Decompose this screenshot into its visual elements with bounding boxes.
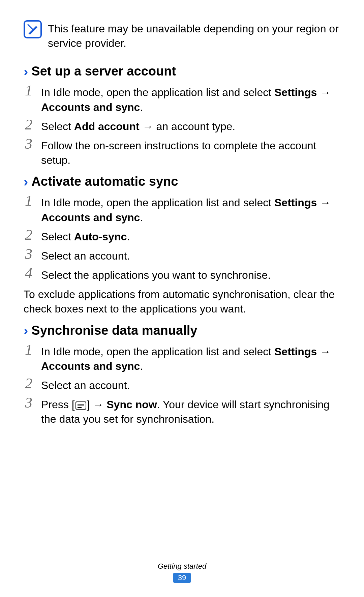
step-number: 2 (24, 376, 34, 392)
note-icon (24, 20, 42, 38)
step-item: 1 In Idle mode, open the application lis… (24, 83, 340, 114)
page-footer: Getting started 39 (0, 562, 364, 583)
step-text: In Idle mode, open the application list … (41, 342, 340, 374)
step-text: Select an account. (41, 246, 130, 263)
step-text: Follow the on-screen instructions to com… (41, 136, 340, 168)
step-number: 3 (24, 136, 34, 152)
chevron-icon: › (24, 324, 28, 337)
step-list: 1 In Idle mode, open the application lis… (24, 342, 340, 427)
heading-text: Set up a server account (31, 64, 176, 79)
chapter-label: Getting started (0, 562, 364, 571)
body-paragraph: To exclude applications from automatic s… (24, 287, 340, 316)
menu-key-icon (75, 401, 86, 410)
page-number-badge: 39 (173, 573, 191, 583)
step-number: 1 (24, 342, 34, 358)
step-text: In Idle mode, open the application list … (41, 83, 340, 114)
step-text: Select Auto-sync. (41, 227, 130, 244)
step-item: 3 Press [] → Sync now. Your device will … (24, 395, 340, 426)
step-text: Press [] → Sync now. Your device will st… (41, 395, 340, 426)
svg-line-0 (28, 25, 33, 29)
step-text: Select Add account → an account type. (41, 117, 235, 134)
heading-text: Synchronise data manually (31, 323, 197, 338)
step-text: In Idle mode, open the application list … (41, 193, 340, 225)
step-number: 2 (24, 117, 34, 133)
note-block: This feature may be unavailable dependin… (24, 20, 340, 51)
heading-text: Activate automatic sync (31, 174, 178, 189)
step-item: 4 Select the applications you want to sy… (24, 265, 340, 282)
step-number: 3 (24, 395, 34, 411)
step-number: 3 (24, 246, 34, 262)
step-number: 2 (24, 227, 34, 243)
step-number: 1 (24, 193, 34, 209)
step-item: 1 In Idle mode, open the application lis… (24, 193, 340, 225)
step-text: Select an account. (41, 376, 130, 393)
section-heading-autosync: › Activate automatic sync (24, 174, 340, 189)
chevron-icon: › (24, 65, 28, 78)
step-item: 1 In Idle mode, open the application lis… (24, 342, 340, 374)
step-number: 1 (24, 83, 34, 99)
section-heading-manual: › Synchronise data manually (24, 323, 340, 338)
step-item: 2 Select Add account → an account type. (24, 117, 340, 134)
step-list: 1 In Idle mode, open the application lis… (24, 83, 340, 168)
step-item: 2 Select Auto-sync. (24, 227, 340, 244)
step-text: Select the applications you want to sync… (41, 265, 271, 282)
step-list: 1 In Idle mode, open the application lis… (24, 193, 340, 282)
step-item: 3 Follow the on-screen instructions to c… (24, 136, 340, 168)
section-heading-server: › Set up a server account (24, 64, 340, 79)
step-item: 2 Select an account. (24, 376, 340, 393)
step-number: 4 (24, 265, 34, 281)
note-text: This feature may be unavailable dependin… (48, 20, 340, 51)
step-item: 3 Select an account. (24, 246, 340, 263)
chevron-icon: › (24, 175, 28, 188)
